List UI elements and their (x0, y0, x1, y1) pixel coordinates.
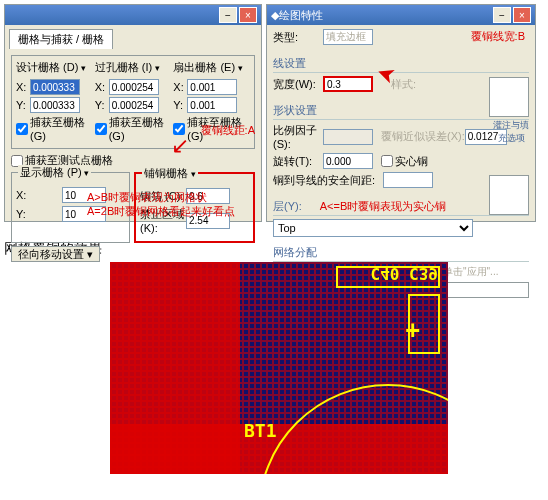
pcb-result-image[interactable]: C40 C39 + BT1 (110, 262, 448, 474)
style-select[interactable] (323, 29, 373, 45)
minimize-button-r[interactable]: − (493, 7, 511, 23)
right-title: 绘图特性 (279, 8, 323, 23)
hatch-grid-title[interactable]: 铺铜栅格 (142, 166, 198, 181)
drawing-icon: ◆ (271, 9, 279, 22)
arrow-a: ↙ (171, 133, 189, 159)
close-button-r[interactable]: × (513, 7, 531, 23)
fanout-grid-dropdown[interactable]: 扇出栅格 (E) (173, 60, 250, 75)
radial-settings-button[interactable]: 径向移动设置 ▾ (11, 246, 100, 262)
rotation-input[interactable] (323, 153, 373, 169)
annotation-a: 覆铜线距:A (201, 123, 255, 138)
right-titlebar: ◆ 绘图特性 − × (267, 5, 535, 25)
design-grid-y[interactable] (30, 97, 80, 113)
preview-label: 灌注与填充选项 (489, 119, 533, 145)
pcb-label-components: C40 C39 (371, 264, 438, 283)
layer-header: 层(Y): (273, 199, 302, 214)
snap-via-grid[interactable] (95, 123, 107, 135)
annotation-line2: A=2B时覆铜网格看起来好看点 (87, 204, 235, 219)
left-titlebar: − × (5, 5, 261, 25)
via-grid-y[interactable] (109, 97, 159, 113)
fanout-grid-x[interactable] (187, 79, 237, 95)
line-width-input[interactable] (323, 76, 373, 92)
minimize-button[interactable]: − (219, 7, 237, 23)
net-assign-header: 网络分配 (273, 245, 529, 262)
tab-grid[interactable]: 栅格与捕获 / 栅格 (9, 29, 113, 49)
via-grid-dropdown[interactable]: 过孔栅格 (I) (95, 60, 172, 75)
layer-select[interactable]: Top (273, 219, 473, 237)
clearance-input[interactable] (383, 172, 433, 188)
scale-input (323, 129, 373, 145)
close-button[interactable]: × (239, 7, 257, 23)
pcb-label-bt1: BT1 (244, 420, 277, 441)
line-settings-header: 线设置 (273, 56, 529, 73)
plus-icon: + (406, 316, 420, 344)
fanout-grid-y[interactable] (187, 97, 237, 113)
display-grid-title[interactable]: 显示栅格 (P) (18, 165, 91, 180)
solid-copper-checkbox[interactable] (381, 155, 393, 167)
design-grid-dropdown[interactable]: 设计栅格 (D) (16, 60, 93, 75)
via-grid-x[interactable] (109, 79, 159, 95)
drawing-properties-panel: ◆ 绘图特性 − × 类型: 覆铜线宽:B 线设置 宽度(W): 样式: ➤ 形… (266, 4, 536, 222)
design-grid-x[interactable] (30, 79, 80, 95)
net-preview-graphic (489, 175, 529, 215)
annotation-line1: A>B时覆铜表现为网格状 (87, 190, 207, 205)
snap-design-grid[interactable] (16, 123, 28, 135)
annotation-b: 覆铜线宽:B (471, 29, 525, 44)
grid-settings-panel: − × 栅格与捕获 / 栅格 设计栅格 (D) X: Y: 捕获至栅格 (G) … (4, 4, 262, 222)
preview-graphic (489, 77, 529, 117)
annotation-condition: A<=B时覆铜表现为实心铜 (320, 199, 447, 214)
